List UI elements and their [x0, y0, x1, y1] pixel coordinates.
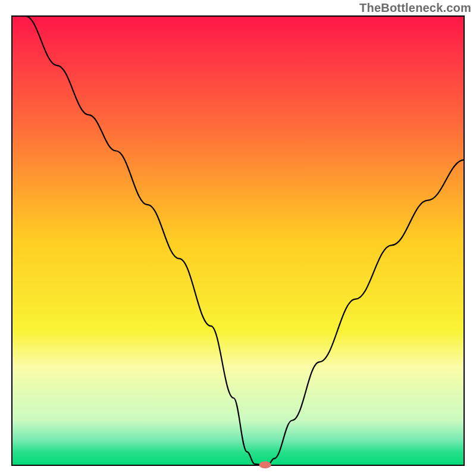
gradient-background	[12, 16, 464, 465]
chart-container: TheBottleneck.com	[0, 0, 476, 476]
optimal-point-marker	[259, 461, 271, 468]
watermark-text: TheBottleneck.com	[359, 1, 471, 15]
bottleneck-chart	[0, 0, 476, 476]
